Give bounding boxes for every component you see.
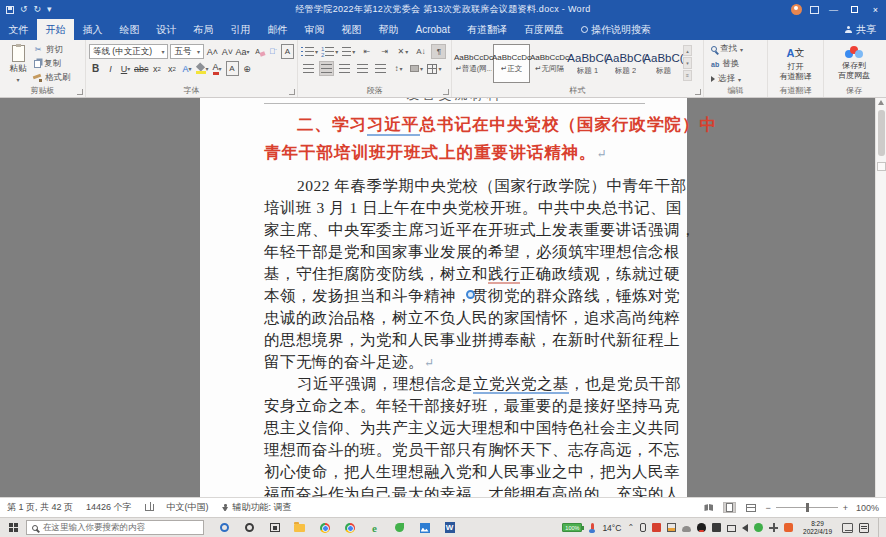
scroll-up-icon[interactable] [878,100,884,105]
tray-app-icon[interactable] [712,523,721,532]
superscript-icon[interactable]: x2 [166,61,179,76]
line-spacing-icon[interactable]: ↕▾ [391,61,406,76]
tab-view[interactable]: 视图 [333,19,370,40]
tab-mailings[interactable]: 邮件 [259,19,296,40]
select-button[interactable]: 选择▾ [711,73,764,85]
tab-insert[interactable]: 插入 [74,19,111,40]
taskbar-clock[interactable]: 8:292022/4/19 [799,520,836,536]
accessibility-status[interactable]: 辅助功能: 调查 [222,501,292,514]
bullets-icon[interactable]: ▾ [301,44,318,59]
align-right-icon[interactable] [337,61,352,76]
scrollbar-page-icon[interactable] [877,162,886,171]
tab-layout[interactable]: 布局 [185,19,222,40]
open-youdao-button[interactable]: A文 打开有道翻译 [771,43,820,84]
copy-button[interactable]: 复制 [33,58,71,70]
tray-red-app-icon[interactable] [652,523,661,532]
tab-youdao[interactable]: 有道翻译 [458,19,515,40]
justify-icon[interactable] [355,61,370,76]
green-app-icon[interactable] [387,518,412,537]
dialog-launcher-icon[interactable] [695,89,701,95]
chrome-icon[interactable] [312,518,337,537]
tab-home[interactable]: 开始 [37,19,74,40]
volume-icon[interactable] [742,524,748,532]
tray-input-icon[interactable] [769,523,778,532]
decrease-indent-icon[interactable]: ⇤ [359,44,374,59]
increase-indent-icon[interactable]: ⇥ [377,44,392,59]
clear-formatting-icon[interactable]: A [251,47,264,56]
style-gallery-scroll[interactable]: ▴▾≡ [682,43,693,83]
tab-design[interactable]: 设计 [148,19,185,40]
page-indicator[interactable]: 第 1 页, 共 42 页 [7,501,73,514]
browser-icon[interactable] [337,518,362,537]
tab-acrobat[interactable]: Acrobat [407,19,458,40]
word-taskbar-icon[interactable]: W [437,518,462,537]
avatar[interactable] [787,0,805,19]
close-button[interactable]: × [865,0,886,19]
subscript-icon[interactable]: x2 [151,61,164,76]
change-case-icon[interactable]: Aa▾ [236,44,249,59]
show-desktop-button[interactable] [878,518,882,537]
tray-image-icon[interactable] [667,523,676,532]
shading-icon[interactable]: ▾ [409,61,424,76]
underline-icon[interactable]: U▾ [119,61,132,76]
tray-qq-icon[interactable] [697,523,706,532]
internet-explorer-icon[interactable]: e [362,518,387,537]
task-view-icon[interactable] [262,518,287,537]
tab-tellme[interactable]: 操作说明搜索 [572,19,659,40]
tab-review[interactable]: 审阅 [296,19,333,40]
taskbar-cortana-icon[interactable] [212,518,237,537]
start-button[interactable] [0,518,26,537]
word-count[interactable]: 14426 个字 [86,501,132,514]
style-card-1[interactable]: AaBbCcDc↵普通(网... [455,44,492,83]
multilevel-list-icon[interactable]: ▾ [341,44,356,59]
style-card-5[interactable]: AaBbC(标题 2 [607,44,644,83]
tab-baidu-pan[interactable]: 百度网盘 [515,19,572,40]
save-to-baidu-button[interactable]: 保存到百度网盘 [827,43,881,84]
language-indicator[interactable]: 中文(中国) [167,501,209,514]
tab-draw[interactable]: 绘图 [111,19,148,40]
tray-display-icon[interactable] [727,525,736,532]
grow-font-icon[interactable]: A˄ [206,44,219,59]
print-layout-icon[interactable] [723,502,736,513]
taskbar-app-icon[interactable] [237,518,262,537]
align-left-icon[interactable] [301,61,316,76]
document-page[interactable]: 发言交流材料 二、学习习近平总书记在中央党校（国家行政学院）中青年干部培训班开班… [200,98,687,497]
show-marks-icon[interactable]: ¶ [431,44,446,59]
weather-icon[interactable] [588,523,596,533]
style-card-3[interactable]: AaBbCcDc↵无间隔 [531,44,568,83]
phonetic-guide-icon[interactable]: 文̈ [266,44,279,59]
temperature[interactable]: 14°C [602,523,621,533]
zoom-slider[interactable] [776,507,838,508]
highlight-color-icon[interactable]: ▾ [196,61,209,76]
sort-icon[interactable]: A↓ [413,44,428,59]
document-canvas[interactable]: 发言交流材料 二、学习习近平总书记在中央党校（国家行政学院）中青年干部培训班开班… [0,98,886,497]
restore-button[interactable] [844,0,865,19]
font-size-combo[interactable]: 五号▾ [170,44,204,59]
undo-icon[interactable]: ↺ [20,5,28,14]
photos-app-icon[interactable] [412,518,437,537]
format-painter-button[interactable]: 格式刷 [33,72,71,84]
align-center-icon[interactable] [319,61,334,76]
style-card-2[interactable]: AaBbCcDc↵正文 [493,44,530,83]
ime-icon[interactable] [842,523,853,533]
strikethrough-icon[interactable]: abc [134,61,149,76]
tray-360-icon[interactable] [754,523,763,532]
taskbar-search-input[interactable]: 在这里输入你要搜索的内容 [26,520,204,535]
action-center-icon[interactable] [859,523,869,533]
dialog-launcher-icon[interactable] [289,89,295,95]
redo-icon[interactable]: ↻ [34,5,42,14]
ribbon-display-options-icon[interactable] [805,0,823,19]
numbering-icon[interactable]: 12▾ [321,44,338,59]
zoom-in-icon[interactable]: + [843,503,848,513]
shrink-font-icon[interactable]: A˅ [221,44,234,59]
zoom-level[interactable]: 100% [853,503,879,513]
tab-references[interactable]: 引用 [222,19,259,40]
web-layout-icon[interactable] [744,502,757,513]
read-mode-icon[interactable] [702,502,715,513]
paste-button[interactable]: 粘贴 ▾ [3,43,33,84]
dialog-launcher-icon[interactable] [443,89,449,95]
minimize-button[interactable]: — [823,0,844,19]
battery-icon[interactable]: 100% [562,523,582,532]
style-card-4[interactable]: AaBbC(标题 1 [569,44,606,83]
bold-icon[interactable]: B [89,61,102,76]
